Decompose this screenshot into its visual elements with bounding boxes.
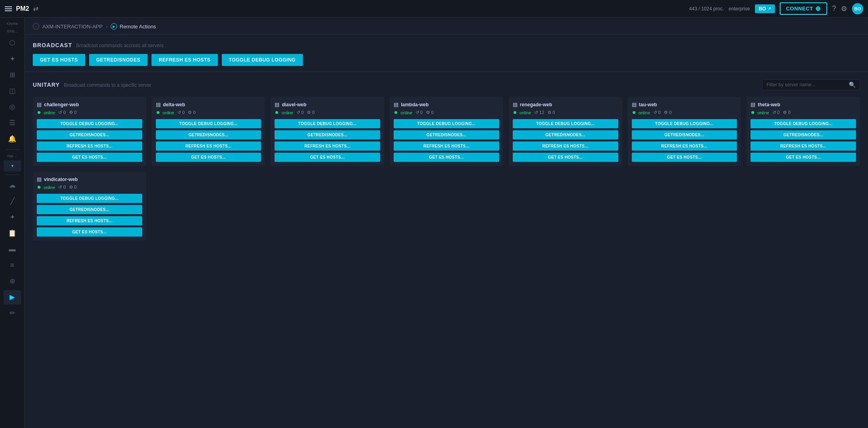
sidebar-item-remote-actions[interactable]: ▶: [4, 290, 21, 305]
sidebar-item-edit[interactable]: ✏: [4, 306, 21, 321]
server-btn-get-es[interactable]: GET ES HOSTS...: [275, 153, 380, 162]
restart-count: ↺ 0: [653, 110, 661, 115]
server-btn-get-es[interactable]: GET ES HOSTS...: [156, 153, 261, 162]
server-card-header: ▤ tau-web: [632, 102, 737, 107]
sidebar-item-hub[interactable]: ⊛: [4, 274, 21, 289]
sidebar-keyme-label: Keyme: [5, 21, 19, 27]
sidebar-item-grid[interactable]: ⊞: [4, 68, 21, 82]
server-btn-getredisnodes[interactable]: GETREDISNODES...: [37, 205, 142, 214]
content-area: ○ AXM-INTERACTION-APP › ▶ Remote Actions…: [25, 18, 868, 428]
server-btn-toggle-debug[interactable]: TOGGLE DEBUG LOGGING...: [37, 119, 142, 128]
btn-get-es-hosts[interactable]: GET ES HOSTS: [33, 54, 85, 66]
sidebar-app-label: App ...: [5, 153, 19, 159]
list2-icon: ≡: [10, 261, 14, 269]
settings-icon[interactable]: ⚙: [841, 4, 847, 13]
broadcast-header: BROADCAST Broadcast commands accross all…: [33, 42, 860, 48]
server-btn-get-es[interactable]: GET ES HOSTS...: [394, 153, 499, 162]
server-status-row: online ↺ 12 ⚙ 0: [513, 110, 618, 115]
server-btn-toggle-debug[interactable]: TOGGLE DEBUG LOGGING...: [513, 119, 618, 128]
server-btn-get-es[interactable]: GET ES HOSTS...: [632, 153, 737, 162]
chevron-down-icon: ▾: [11, 163, 14, 169]
server-btn-toggle-debug[interactable]: TOGGLE DEBUG LOGGING...: [156, 119, 261, 128]
sidebar-item-bug[interactable]: ✦: [4, 52, 21, 66]
proc-count: 443 / 1024 proc.: [689, 6, 724, 12]
edit-icon: ✏: [10, 309, 15, 317]
server-actions: TOGGLE DEBUG LOGGING... GETREDISNODES...…: [394, 119, 499, 162]
hamburger-menu[interactable]: [5, 6, 12, 11]
cog-icon: ✦: [10, 213, 15, 221]
bo-button[interactable]: BO ↗: [755, 4, 775, 13]
sidebar-item-list[interactable]: ☰: [4, 116, 21, 130]
status-text: online: [757, 110, 769, 115]
refresh-icon[interactable]: ⇄: [33, 5, 38, 12]
status-dot: [633, 111, 635, 114]
server-btn-getredisnodes[interactable]: GETREDISNODES...: [275, 130, 380, 139]
server-card-tau-web: ▤ tau-web online ↺ 0 ⚙ 0 TOGGLE DEBUG LO…: [628, 97, 741, 166]
server-btn-getredisnodes[interactable]: GETREDISNODES...: [156, 130, 261, 139]
server-name: delta-web: [163, 102, 185, 107]
server-btn-toggle-debug[interactable]: TOGGLE DEBUG LOGGING...: [751, 119, 856, 128]
avatar[interactable]: BO: [852, 3, 863, 14]
server-btn-get-es[interactable]: GET ES HOSTS...: [37, 227, 142, 237]
status-dot: [751, 111, 754, 114]
server-btn-refresh-es[interactable]: REFRESH ES HOSTS...: [394, 141, 499, 151]
server-btn-refresh-es[interactable]: REFRESH ES HOSTS...: [751, 141, 856, 151]
connect-button[interactable]: CONNECT ⊕: [780, 2, 827, 15]
server-btn-refresh-es[interactable]: REFRESH ES HOSTS...: [37, 141, 142, 151]
btn-toggle-debug-logging[interactable]: TOGGLE DEBUG LOGGING: [222, 54, 303, 66]
sidebar-item-cloud[interactable]: ☁: [4, 178, 21, 193]
server-btn-toggle-debug[interactable]: TOGGLE DEBUG LOGGING...: [632, 119, 737, 128]
server-btn-refresh-es[interactable]: REFRESH ES HOSTS...: [156, 141, 261, 151]
server-btn-get-es[interactable]: GET ES HOSTS...: [37, 153, 142, 162]
server-btn-getredisnodes[interactable]: GETREDISNODES...: [394, 130, 499, 139]
restart-count: ↺ 0: [297, 110, 304, 115]
status-dot: [157, 111, 159, 114]
sidebar-item-bell[interactable]: 🔔: [4, 132, 21, 146]
topbar-right: 443 / 1024 proc. enterprise BO ↗ CONNECT…: [689, 2, 863, 15]
restart-count: ↺ 0: [58, 110, 66, 115]
broadcast-section: BROADCAST Broadcast commands accross all…: [25, 35, 868, 72]
status-text: online: [163, 110, 174, 115]
server-status-row: online ↺ 0 ⚙ 0: [275, 110, 380, 115]
sidebar-item-bars[interactable]: ▬: [4, 242, 21, 257]
server-btn-get-es[interactable]: GET ES HOSTS...: [751, 153, 856, 162]
server-status-row: online ↺ 0 ⚙ 0: [37, 185, 142, 190]
server-card-header: ▤ diavel-web: [275, 102, 380, 107]
btn-refresh-es-hosts[interactable]: REFRESH ES HOSTS: [151, 54, 217, 66]
server-btn-getredisnodes[interactable]: GETREDISNODES...: [751, 130, 856, 139]
server-btn-toggle-debug[interactable]: TOGGLE DEBUG LOGGING...: [394, 119, 499, 128]
sidebar-item-chat[interactable]: ◫: [4, 84, 21, 98]
server-actions: TOGGLE DEBUG LOGGING... GETREDISNODES...…: [632, 119, 737, 162]
server-card-header: ▤ theta-web: [751, 102, 856, 107]
server-btn-get-es[interactable]: GET ES HOSTS...: [513, 153, 618, 162]
help-icon[interactable]: ?: [832, 4, 836, 13]
server-btn-getredisnodes[interactable]: GETREDISNODES...: [632, 130, 737, 139]
sidebar-item-cog[interactable]: ✦: [4, 210, 21, 225]
sidebar-item-list2[interactable]: ≡: [4, 258, 21, 273]
server-btn-toggle-debug[interactable]: TOGGLE DEBUG LOGGING...: [275, 119, 380, 128]
sidebar-dropdown[interactable]: ▾: [4, 160, 21, 171]
server-btn-getredisnodes[interactable]: GETREDISNODES...: [513, 130, 618, 139]
sidebar-item-globe[interactable]: ◎: [4, 100, 21, 114]
bell-icon: 🔔: [8, 135, 16, 143]
server-btn-toggle-debug[interactable]: TOGGLE DEBUG LOGGING...: [37, 194, 142, 203]
server-btn-refresh-es[interactable]: REFRESH ES HOSTS...: [37, 216, 142, 225]
status-text: online: [281, 110, 293, 115]
filter-input[interactable]: [766, 82, 846, 88]
server-btn-refresh-es[interactable]: REFRESH ES HOSTS...: [513, 141, 618, 151]
cpu-count: ⚙ 0: [547, 110, 555, 115]
sidebar-item-logs[interactable]: 📋: [4, 226, 21, 241]
server-card-renegade-web: ▤ renegade-web online ↺ 12 ⚙ 0 TOGGLE DE…: [509, 97, 622, 166]
server-btn-refresh-es[interactable]: REFRESH ES HOSTS...: [632, 141, 737, 151]
chat-icon: ◫: [9, 87, 16, 95]
logs-icon: 📋: [8, 229, 16, 237]
server-grid-row2: ▤ vindicator-web online ↺ 0 ⚙ 0 TOGGLE D…: [33, 171, 860, 241]
list-icon: ☰: [9, 119, 15, 127]
server-card-lambda-web: ▤ lambda-web online ↺ 0 ⚙ 0 TOGGLE DEBUG…: [390, 97, 503, 166]
cpu-count: ⚙ 0: [783, 110, 790, 115]
sidebar-item-chart[interactable]: ╱: [4, 194, 21, 209]
server-btn-refresh-es[interactable]: REFRESH ES HOSTS...: [275, 141, 380, 151]
sidebar-item-hexagon[interactable]: ⬡: [4, 36, 21, 50]
server-btn-getredisnodes[interactable]: GETREDISNODES...: [37, 130, 142, 139]
btn-get-redis-nodes[interactable]: GETREDISNODES: [89, 54, 148, 66]
